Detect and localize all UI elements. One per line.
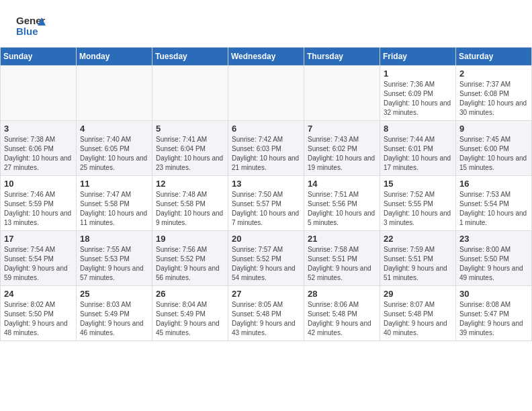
day-info: Sunrise: 7:43 AM Sunset: 6:02 PM Dayligh… bbox=[308, 135, 376, 173]
day-number: 22 bbox=[384, 234, 452, 244]
day-header-thursday: Thursday bbox=[304, 48, 380, 66]
calendar-cell: 3Sunrise: 7:38 AM Sunset: 6:06 PM Daylig… bbox=[1, 121, 77, 176]
calendar-week-2: 3Sunrise: 7:38 AM Sunset: 6:06 PM Daylig… bbox=[1, 121, 532, 176]
calendar-cell: 27Sunrise: 8:05 AM Sunset: 5:48 PM Dayli… bbox=[228, 286, 304, 341]
calendar-cell bbox=[304, 66, 380, 121]
day-info: Sunrise: 7:52 AM Sunset: 5:55 PM Dayligh… bbox=[384, 190, 452, 228]
calendar-cell: 1Sunrise: 7:36 AM Sunset: 6:09 PM Daylig… bbox=[380, 66, 456, 121]
day-info: Sunrise: 7:38 AM Sunset: 6:06 PM Dayligh… bbox=[4, 135, 73, 173]
day-header-monday: Monday bbox=[77, 48, 152, 66]
day-info: Sunrise: 7:48 AM Sunset: 5:58 PM Dayligh… bbox=[156, 190, 224, 228]
calendar-cell: 26Sunrise: 8:04 AM Sunset: 5:49 PM Dayli… bbox=[152, 286, 228, 341]
day-header-saturday: Saturday bbox=[456, 48, 532, 66]
calendar-header-row: SundayMondayTuesdayWednesdayThursdayFrid… bbox=[1, 48, 532, 66]
day-info: Sunrise: 7:37 AM Sunset: 6:08 PM Dayligh… bbox=[459, 80, 528, 118]
calendar-cell bbox=[1, 66, 77, 121]
calendar-cell: 23Sunrise: 8:00 AM Sunset: 5:50 PM Dayli… bbox=[456, 231, 532, 286]
calendar-cell: 18Sunrise: 7:55 AM Sunset: 5:53 PM Dayli… bbox=[77, 231, 152, 286]
day-number: 2 bbox=[459, 68, 528, 79]
day-number: 26 bbox=[156, 289, 224, 299]
day-header-sunday: Sunday bbox=[1, 48, 77, 66]
day-number: 16 bbox=[459, 179, 528, 189]
day-number: 6 bbox=[232, 124, 300, 134]
calendar-cell bbox=[77, 66, 152, 121]
day-info: Sunrise: 7:42 AM Sunset: 6:03 PM Dayligh… bbox=[232, 135, 300, 173]
day-info: Sunrise: 7:59 AM Sunset: 5:51 PM Dayligh… bbox=[384, 245, 452, 283]
day-number: 25 bbox=[80, 289, 148, 299]
calendar-cell: 28Sunrise: 8:06 AM Sunset: 5:48 PM Dayli… bbox=[304, 286, 380, 341]
day-info: Sunrise: 7:44 AM Sunset: 6:01 PM Dayligh… bbox=[384, 135, 452, 173]
day-info: Sunrise: 8:04 AM Sunset: 5:49 PM Dayligh… bbox=[156, 300, 224, 338]
day-info: Sunrise: 7:57 AM Sunset: 5:52 PM Dayligh… bbox=[232, 245, 300, 283]
day-number: 20 bbox=[232, 234, 300, 244]
day-number: 11 bbox=[80, 179, 148, 189]
calendar-week-4: 17Sunrise: 7:54 AM Sunset: 5:54 PM Dayli… bbox=[1, 231, 532, 286]
day-number: 1 bbox=[384, 68, 452, 79]
day-info: Sunrise: 8:05 AM Sunset: 5:48 PM Dayligh… bbox=[232, 300, 300, 338]
svg-text:Blue: Blue bbox=[16, 26, 38, 37]
day-info: Sunrise: 7:56 AM Sunset: 5:52 PM Dayligh… bbox=[156, 245, 224, 283]
calendar-week-5: 24Sunrise: 8:02 AM Sunset: 5:50 PM Dayli… bbox=[1, 286, 532, 341]
calendar-cell: 6Sunrise: 7:42 AM Sunset: 6:03 PM Daylig… bbox=[228, 121, 304, 176]
day-header-tuesday: Tuesday bbox=[152, 48, 228, 66]
calendar-cell: 13Sunrise: 7:50 AM Sunset: 5:57 PM Dayli… bbox=[228, 176, 304, 231]
day-number: 28 bbox=[308, 289, 376, 299]
calendar-cell bbox=[152, 66, 228, 121]
calendar-week-1: 1Sunrise: 7:36 AM Sunset: 6:09 PM Daylig… bbox=[1, 66, 532, 121]
calendar-week-3: 10Sunrise: 7:46 AM Sunset: 5:59 PM Dayli… bbox=[1, 176, 532, 231]
calendar-cell: 16Sunrise: 7:53 AM Sunset: 5:54 PM Dayli… bbox=[456, 176, 532, 231]
day-info: Sunrise: 7:54 AM Sunset: 5:54 PM Dayligh… bbox=[4, 245, 73, 283]
day-number: 5 bbox=[156, 124, 224, 134]
day-number: 3 bbox=[4, 124, 73, 134]
calendar-cell: 29Sunrise: 8:07 AM Sunset: 5:48 PM Dayli… bbox=[380, 286, 456, 341]
day-number: 10 bbox=[4, 179, 73, 189]
calendar-cell: 17Sunrise: 7:54 AM Sunset: 5:54 PM Dayli… bbox=[1, 231, 77, 286]
day-number: 30 bbox=[459, 289, 528, 299]
calendar-cell bbox=[228, 66, 304, 121]
day-info: Sunrise: 8:07 AM Sunset: 5:48 PM Dayligh… bbox=[384, 300, 452, 338]
calendar-cell: 14Sunrise: 7:51 AM Sunset: 5:56 PM Dayli… bbox=[304, 176, 380, 231]
day-info: Sunrise: 7:55 AM Sunset: 5:53 PM Dayligh… bbox=[80, 245, 148, 283]
day-info: Sunrise: 8:06 AM Sunset: 5:48 PM Dayligh… bbox=[308, 300, 376, 338]
day-info: Sunrise: 8:03 AM Sunset: 5:49 PM Dayligh… bbox=[80, 300, 148, 338]
calendar-cell: 11Sunrise: 7:47 AM Sunset: 5:58 PM Dayli… bbox=[77, 176, 152, 231]
day-info: Sunrise: 7:36 AM Sunset: 6:09 PM Dayligh… bbox=[384, 80, 452, 118]
day-number: 27 bbox=[232, 289, 300, 299]
calendar-cell: 20Sunrise: 7:57 AM Sunset: 5:52 PM Dayli… bbox=[228, 231, 304, 286]
calendar-cell: 24Sunrise: 8:02 AM Sunset: 5:50 PM Dayli… bbox=[1, 286, 77, 341]
calendar-cell: 10Sunrise: 7:46 AM Sunset: 5:59 PM Dayli… bbox=[1, 176, 77, 231]
calendar-cell: 22Sunrise: 7:59 AM Sunset: 5:51 PM Dayli… bbox=[380, 231, 456, 286]
day-info: Sunrise: 8:08 AM Sunset: 5:47 PM Dayligh… bbox=[459, 300, 528, 338]
day-header-wednesday: Wednesday bbox=[228, 48, 304, 66]
day-number: 12 bbox=[156, 179, 224, 189]
day-number: 13 bbox=[232, 179, 300, 189]
logo: General Blue bbox=[16, 12, 46, 42]
day-number: 21 bbox=[308, 234, 376, 244]
day-number: 9 bbox=[459, 124, 528, 134]
day-number: 29 bbox=[384, 289, 452, 299]
day-number: 24 bbox=[4, 289, 73, 299]
day-info: Sunrise: 7:45 AM Sunset: 6:00 PM Dayligh… bbox=[459, 135, 528, 173]
calendar-cell: 21Sunrise: 7:58 AM Sunset: 5:51 PM Dayli… bbox=[304, 231, 380, 286]
day-info: Sunrise: 8:02 AM Sunset: 5:50 PM Dayligh… bbox=[4, 300, 73, 338]
day-info: Sunrise: 8:00 AM Sunset: 5:50 PM Dayligh… bbox=[459, 245, 528, 283]
logo-icon: General Blue bbox=[16, 12, 46, 42]
calendar-table: SundayMondayTuesdayWednesdayThursdayFrid… bbox=[0, 47, 532, 341]
calendar-cell: 25Sunrise: 8:03 AM Sunset: 5:49 PM Dayli… bbox=[77, 286, 152, 341]
day-info: Sunrise: 7:53 AM Sunset: 5:54 PM Dayligh… bbox=[459, 190, 528, 228]
day-number: 14 bbox=[308, 179, 376, 189]
day-number: 8 bbox=[384, 124, 452, 134]
day-info: Sunrise: 7:41 AM Sunset: 6:04 PM Dayligh… bbox=[156, 135, 224, 173]
day-number: 18 bbox=[80, 234, 148, 244]
calendar-cell: 30Sunrise: 8:08 AM Sunset: 5:47 PM Dayli… bbox=[456, 286, 532, 341]
day-info: Sunrise: 7:40 AM Sunset: 6:05 PM Dayligh… bbox=[80, 135, 148, 173]
day-header-friday: Friday bbox=[380, 48, 456, 66]
calendar-cell: 12Sunrise: 7:48 AM Sunset: 5:58 PM Dayli… bbox=[152, 176, 228, 231]
day-info: Sunrise: 7:46 AM Sunset: 5:59 PM Dayligh… bbox=[4, 190, 73, 228]
calendar-cell: 9Sunrise: 7:45 AM Sunset: 6:00 PM Daylig… bbox=[456, 121, 532, 176]
day-info: Sunrise: 7:50 AM Sunset: 5:57 PM Dayligh… bbox=[232, 190, 300, 228]
calendar-cell: 8Sunrise: 7:44 AM Sunset: 6:01 PM Daylig… bbox=[380, 121, 456, 176]
calendar-cell: 7Sunrise: 7:43 AM Sunset: 6:02 PM Daylig… bbox=[304, 121, 380, 176]
day-info: Sunrise: 7:51 AM Sunset: 5:56 PM Dayligh… bbox=[308, 190, 376, 228]
calendar-cell: 19Sunrise: 7:56 AM Sunset: 5:52 PM Dayli… bbox=[152, 231, 228, 286]
